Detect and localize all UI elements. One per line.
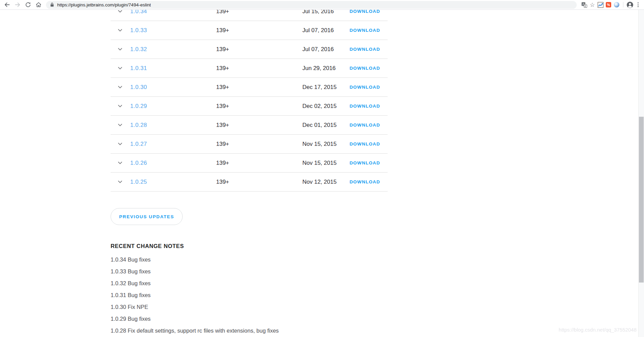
expand-row-button[interactable] [111,161,130,164]
compatible-builds: 139+ [216,84,302,91]
chevron-down-icon [118,180,122,183]
version-row: 1.0.26 139+ Nov 15, 2015 DOWNLOAD [111,154,388,173]
browser-toolbar: https://plugins.jetbrains.com/plugin/749… [0,0,644,10]
toolbar-divider [623,2,623,7]
expand-row-button[interactable] [111,10,130,13]
chart-extension-icon[interactable] [596,0,604,9]
download-button[interactable]: DOWNLOAD [349,160,380,165]
change-note-item: 1.0.33 Bug fixes [111,266,388,277]
expand-row-button[interactable] [111,123,130,127]
back-button[interactable] [3,0,12,9]
url-text[interactable]: https://plugins.jetbrains.com/plugin/749… [57,2,151,7]
compatible-builds: 139+ [216,103,302,110]
chevron-down-icon [118,29,122,32]
download-button[interactable]: DOWNLOAD [349,104,380,109]
version-row: 1.0.25 139+ Nov 12, 2015 DOWNLOAD [111,173,388,192]
forward-button[interactable] [13,0,22,9]
release-date: Nov 15, 2015 [302,141,349,148]
change-notes-list: 1.0.34 Bug fixes 1.0.33 Bug fixes 1.0.32… [111,254,388,337]
release-date: Dec 17, 2015 [302,84,349,91]
expand-row-button[interactable] [111,105,130,108]
profile-icon[interactable] [626,0,634,9]
orange-extension-icon[interactable]: % [604,0,613,9]
change-note-item: 1.0.32 Bug fixes [111,277,388,289]
compatible-builds: 139+ [216,46,302,53]
change-note-item: 1.0.29 Bug fixes [111,313,388,325]
compatible-builds: 139+ [216,179,302,185]
version-link[interactable]: 1.0.26 [130,160,216,166]
version-row: 1.0.27 139+ Nov 15, 2015 DOWNLOAD [111,135,388,154]
download-button[interactable]: DOWNLOAD [349,66,380,71]
release-date: Jul 07, 2016 [302,46,349,53]
watermark-text: https://blog.csdn.net/qq_37552048 [559,327,637,333]
address-bar[interactable]: https://plugins.jetbrains.com/plugin/749… [46,1,577,9]
download-button[interactable]: DOWNLOAD [349,85,380,90]
version-row: 1.0.30 139+ Dec 17, 2015 DOWNLOAD [111,78,388,97]
release-date: Jun 29, 2016 [302,65,349,72]
version-link[interactable]: 1.0.29 [130,103,216,110]
expand-row-button[interactable] [111,67,130,70]
compatible-builds: 139+ [216,27,302,34]
version-link[interactable]: 1.0.31 [130,65,216,72]
version-row: 1.0.28 139+ Dec 01, 2015 DOWNLOAD [111,116,388,135]
chevron-down-icon [118,10,122,13]
back-icon [4,2,10,8]
versions-table: 1.0.34 139+ Jul 15, 2016 DOWNLOAD 1.0.33… [111,2,388,192]
expand-row-button[interactable] [111,86,130,89]
expand-row-button[interactable] [111,48,130,51]
release-date: Dec 02, 2015 [302,103,349,110]
change-note-item: 1.0.34 Bug fixes [111,254,388,266]
change-note-item: 1.0.30 Fix NPE [111,301,388,313]
menu-icon[interactable] [634,0,642,9]
release-date: Dec 01, 2015 [302,122,349,129]
chevron-down-icon [118,86,122,89]
version-link[interactable]: 1.0.25 [130,179,216,185]
version-link[interactable]: 1.0.32 [130,46,216,53]
chevron-down-icon [118,67,122,70]
version-row: 1.0.29 139+ Dec 02, 2015 DOWNLOAD [111,97,388,116]
compatible-builds: 139+ [216,122,302,129]
expand-row-button[interactable] [111,180,130,183]
release-date: Nov 15, 2015 [302,160,349,166]
scrollbar-thumb[interactable] [639,117,644,283]
chevron-down-icon [118,142,122,145]
expand-row-button[interactable] [111,29,130,32]
plugin-updates-section: 1.0.34 139+ Jul 15, 2016 DOWNLOAD 1.0.33… [111,2,388,337]
scrollbar-track[interactable] [638,10,644,337]
chevron-down-icon [118,161,122,164]
refresh-icon [25,2,31,8]
version-link[interactable]: 1.0.27 [130,141,216,148]
chevron-down-icon [118,123,122,127]
release-date: Jul 07, 2016 [302,27,349,34]
chevron-down-icon [118,48,122,51]
release-date: Nov 12, 2015 [302,179,349,185]
download-button[interactable]: DOWNLOAD [349,141,380,147]
download-button[interactable]: DOWNLOAD [349,179,380,184]
expand-row-button[interactable] [111,142,130,145]
download-button[interactable]: DOWNLOAD [349,47,380,52]
previous-updates-button[interactable]: PREVIOUS UPDATES [111,208,183,225]
downloader-extension-icon[interactable] [613,0,621,9]
refresh-button[interactable] [24,0,32,9]
download-button[interactable]: DOWNLOAD [349,28,380,33]
compatible-builds: 139+ [216,160,302,166]
version-row: 1.0.32 139+ Jul 07, 2016 DOWNLOAD [111,40,388,59]
download-button[interactable]: DOWNLOAD [349,122,380,128]
version-link[interactable]: 1.0.33 [130,27,216,34]
bookmark-star-icon[interactable]: ☆ [588,0,596,9]
change-note-item: 1.0.31 Bug fixes [111,289,388,301]
lock-icon[interactable] [50,2,54,7]
forward-icon [15,2,21,8]
recent-change-notes-heading: RECENT CHANGE NOTES [111,243,388,249]
chevron-down-icon [118,105,122,108]
home-icon [36,2,42,8]
change-note-item: 1.0.28 Fix default settings, support rc … [111,325,388,337]
version-link[interactable]: 1.0.28 [130,122,216,129]
compatible-builds: 139+ [216,65,302,72]
translate-icon[interactable]: A [580,0,588,9]
version-row: 1.0.33 139+ Jul 07, 2016 DOWNLOAD [111,21,388,40]
home-button[interactable] [34,0,43,9]
version-row: 1.0.31 139+ Jun 29, 2016 DOWNLOAD [111,59,388,78]
compatible-builds: 139+ [216,141,302,148]
version-link[interactable]: 1.0.30 [130,84,216,91]
